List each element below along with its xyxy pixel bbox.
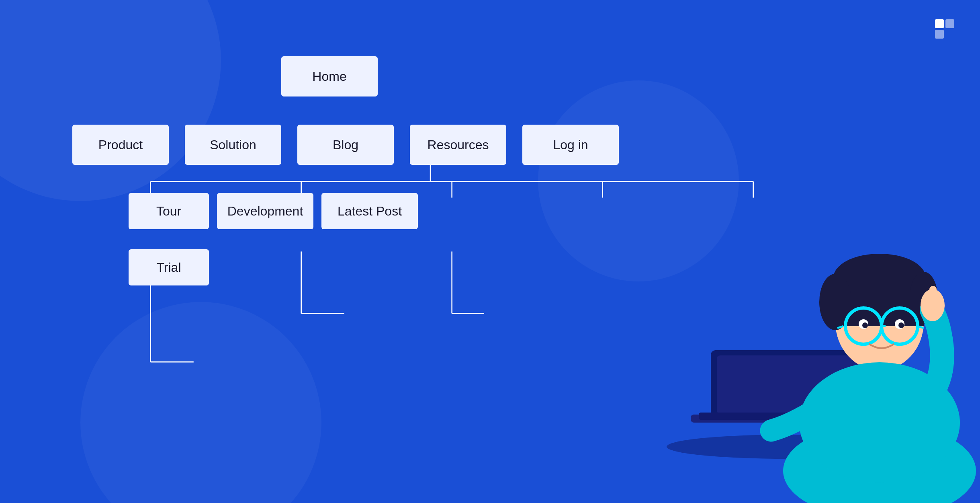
svg-point-41 [898,322,904,328]
node-blog: Blog [297,125,394,165]
svg-rect-0 [935,19,944,28]
node-development: Development [217,193,313,229]
node-login: Log in [522,125,619,165]
svg-point-44 [799,362,960,483]
svg-rect-43 [929,286,937,310]
node-resources: Resources [410,125,506,165]
node-product: Product [72,125,169,165]
svg-point-40 [862,322,868,328]
logo [932,16,956,40]
node-tour: Tour [129,193,209,229]
svg-rect-2 [945,19,954,28]
node-latest-post: Latest Post [321,193,418,229]
node-home: Home [281,56,378,96]
node-solution: Solution [185,125,281,165]
character-illustration [618,141,980,503]
svg-rect-1 [935,30,944,39]
node-trial: Trial [129,249,209,285]
